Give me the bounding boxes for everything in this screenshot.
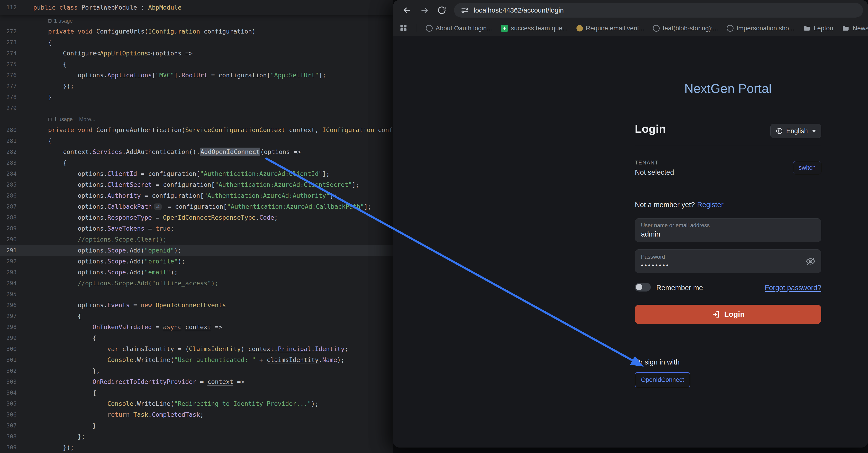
- code-token: {: [33, 159, 67, 166]
- code-token: ClientSecret: [107, 181, 152, 188]
- line-number: 296: [0, 300, 23, 311]
- code-line: 305 Console.WriteLine("Redirecting to Id…: [0, 398, 393, 409]
- code-token: = configuration[: [164, 203, 227, 210]
- code-text[interactable]: }: [23, 420, 96, 431]
- line-number: 289: [0, 223, 23, 234]
- code-text[interactable]: options.ClientId = configuration["Authen…: [23, 168, 330, 179]
- register-link[interactable]: Register: [697, 201, 723, 209]
- code-text[interactable]: options.Scope.Add("openid");: [23, 245, 181, 256]
- code-text[interactable]: OnTokenValidated = async context =>: [23, 321, 222, 333]
- code-text[interactable]: [23, 103, 33, 114]
- code-text[interactable]: {: [23, 387, 96, 398]
- code-text[interactable]: {: [23, 333, 96, 343]
- password-input[interactable]: Password ••••••••: [635, 249, 821, 273]
- code-line: 279: [0, 103, 393, 114]
- refresh-button[interactable]: [434, 3, 449, 18]
- usage-annotation[interactable]: 1 usageMore...: [23, 114, 95, 124]
- bookmark-item[interactable]: Require email verif...: [577, 25, 644, 32]
- code-token: [33, 345, 107, 352]
- code-text[interactable]: //options.Scope.Clear();: [23, 234, 167, 245]
- code-text[interactable]: options.SaveTokens = true;: [23, 223, 174, 234]
- code-text[interactable]: [23, 289, 33, 300]
- back-button[interactable]: [400, 3, 414, 18]
- code-text[interactable]: OnRedirectToIdentityProvider = context =…: [23, 376, 245, 387]
- code-text[interactable]: options.ResponseType = OpenIdConnectResp…: [23, 212, 278, 223]
- bookmark-item[interactable]: About Oauth login...: [426, 25, 492, 32]
- code-token: //options.Scope.Clear();: [33, 236, 167, 243]
- code-text[interactable]: {: [23, 311, 82, 321]
- code-text[interactable]: Console.WriteLine("Redirecting to Identi…: [23, 398, 319, 409]
- code-line: 306 return Task.CompletedTask;: [0, 409, 393, 420]
- code-token: new: [141, 302, 152, 309]
- code-token: SaveTokens: [107, 225, 145, 232]
- remember-me-toggle[interactable]: [635, 283, 651, 291]
- code-token: {: [33, 312, 82, 319]
- code-token: Events: [107, 302, 130, 309]
- code-text[interactable]: options.Events = new OpenIdConnectEvents: [23, 300, 226, 311]
- code-text[interactable]: options.Scope.Add("email");: [23, 267, 178, 278]
- usage-annotation[interactable]: 1 usage: [23, 15, 73, 26]
- code-text[interactable]: options.Applications["MVC"].RootUrl = co…: [23, 70, 326, 81]
- code-text[interactable]: {: [23, 136, 52, 146]
- code-token: Services: [93, 148, 122, 155]
- code-text[interactable]: };: [23, 431, 85, 442]
- bookmark-item[interactable]: News: [842, 24, 868, 32]
- code-line: 300 var claimsIdentity = (ClaimsIdentity…: [0, 343, 393, 355]
- code-line: 303 OnRedirectToIdentityProvider = conte…: [0, 376, 393, 387]
- code-token: configuration): [200, 28, 256, 35]
- code-text[interactable]: {: [23, 37, 52, 48]
- bookmark-label: Require email verif...: [586, 25, 644, 32]
- tenant-switch-button[interactable]: switch: [793, 161, 821, 174]
- openidconnect-button[interactable]: OpenIdConnect: [635, 372, 690, 387]
- code-text[interactable]: private void ConfigureAuthentication(Ser…: [23, 124, 393, 136]
- code-text[interactable]: {: [23, 59, 67, 70]
- code-text[interactable]: options.CallbackPath⇄ = configuration["A…: [23, 201, 372, 212]
- code-area[interactable]: 1 usage272 private void ConfigureUrls(IC…: [0, 15, 393, 453]
- code-text[interactable]: },: [23, 365, 100, 376]
- code-token: .WriteLine(: [133, 400, 174, 407]
- toggle-password-visibility-button[interactable]: [806, 256, 815, 267]
- line-number: 306: [0, 409, 23, 420]
- bookmarks-apps-icon[interactable]: [399, 23, 408, 33]
- forgot-password-link[interactable]: Forgot password?: [765, 284, 821, 292]
- code-text[interactable]: private void ConfigureUrls(IConfiguratio…: [23, 26, 255, 37]
- code-text[interactable]: Configure<AppUrlOptions>(options =>: [23, 48, 193, 59]
- usages-icon: [48, 118, 52, 121]
- code-text[interactable]: Console.WriteLine("User authenticated: "…: [23, 355, 345, 365]
- code-token: Scope: [107, 247, 126, 254]
- code-token: "Authentication:AzureAd:ClientSecret": [215, 181, 352, 188]
- code-text[interactable]: context.Services.AddAuthentication().Add…: [23, 146, 301, 158]
- code-line: 296 options.Events = new OpenIdConnectEv…: [0, 300, 393, 311]
- code-editor[interactable]: 112 public class PortalWebModule : AbpMo…: [0, 0, 393, 453]
- site-settings-icon[interactable]: [460, 6, 469, 15]
- code-token: [33, 126, 48, 134]
- code-text[interactable]: options.Authority = configuration["Authe…: [23, 190, 337, 201]
- code-text[interactable]: options.ClientSecret = configuration["Au…: [23, 179, 360, 190]
- line-number: 291: [0, 245, 23, 256]
- bookmark-item[interactable]: feat(blob-storing):...: [653, 25, 718, 32]
- bookmark-item[interactable]: Lepton: [803, 24, 833, 32]
- code-text[interactable]: //options.Scope.Add("offline_access");: [23, 278, 219, 289]
- code-token: options.: [33, 258, 107, 265]
- address-bar[interactable]: localhost:44362/account/login: [454, 3, 863, 18]
- code-text[interactable]: }: [23, 92, 52, 103]
- forward-button[interactable]: [417, 3, 432, 18]
- code-token: = configuration[: [137, 170, 200, 177]
- login-button[interactable]: Login: [635, 305, 821, 324]
- code-token: context,: [285, 126, 322, 134]
- code-line: 308 };: [0, 431, 393, 442]
- bookmark-item[interactable]: Impersonation sho...: [727, 25, 795, 32]
- password-value: ••••••••: [641, 262, 815, 269]
- code-text[interactable]: options.Scope.Add("profile");: [23, 256, 185, 267]
- line-number: 305: [0, 398, 23, 409]
- code-text[interactable]: return Task.CompletedTask;: [23, 409, 204, 420]
- code-text[interactable]: var claimsIdentity = (ClaimsIdentity) co…: [23, 343, 348, 355]
- username-input[interactable]: User name or email address admin: [635, 218, 821, 242]
- language-button[interactable]: English: [770, 124, 821, 138]
- bookmark-item[interactable]: +success team que...: [501, 25, 568, 32]
- code-text[interactable]: {: [23, 158, 67, 168]
- code-text[interactable]: public class PortalWebModule : AbpModule: [23, 0, 181, 15]
- editor-sticky-header[interactable]: 112 public class PortalWebModule : AbpMo…: [0, 0, 393, 15]
- code-text[interactable]: });: [23, 81, 74, 92]
- code-text[interactable]: });: [23, 442, 74, 453]
